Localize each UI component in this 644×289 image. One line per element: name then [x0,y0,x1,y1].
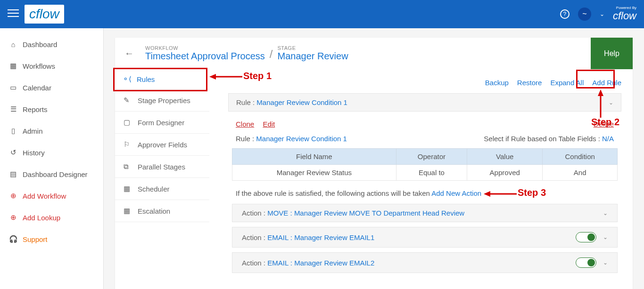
clone-link[interactable]: Clone [236,120,254,128]
sidebar-label: Add Lookup [23,214,60,222]
rule-meta: Rule : Manager Review Condition 1 Select… [232,135,618,148]
subnav-stage-properties[interactable]: ✎Stage Properties [115,89,209,112]
breadcrumb-value[interactable]: Timesheet Approval Process [145,51,265,62]
subnav-scheduler[interactable]: ▦Scheduler [115,178,209,200]
menu-icon[interactable] [8,8,19,21]
toggle-switch[interactable] [576,232,596,242]
chevron-down-icon[interactable]: ⌄ [603,259,608,266]
sidebar-label: History [23,149,45,157]
td-condition: And [543,165,618,181]
subnav-label: Parallel Stages [138,163,185,171]
sidebar-item-calendar[interactable]: ▭Calendar [0,77,103,98]
sidebar-label: Calendar [23,84,51,92]
action-controls: ⌄ [576,232,608,242]
chevron-down-icon: ⌄ [609,99,613,106]
add-rule-link[interactable]: Add Rule [592,79,621,87]
messenger-icon[interactable]: ~ [578,8,591,21]
action-intro: If the above rule is satisfied, the foll… [232,181,618,204]
sidebar-label: Dashboard [23,40,57,48]
rule-header[interactable]: Rule : Manager Review Condition 1 ⌄ [228,93,621,112]
expand-all-link[interactable]: Expand All [550,79,584,87]
action-intro-text: If the above rule is satisfied, the foll… [236,189,431,197]
sidebar: ⌂Dashboard ▦Workflows ▭Calendar ☰Reports… [0,28,104,289]
help-button-label: Help [604,49,619,58]
action-text: Action : EMAIL : Manager Review EMAIL1 [242,233,374,241]
subnav: ⚬⟨Rules ✎Stage Properties ▢Form Designer… [115,69,209,289]
table-row: Manager Review Status Equal to Approved … [232,165,618,181]
action-row-email2[interactable]: Action : EMAIL : Manager Review EMAIL2 ⌄ [232,252,618,273]
edit-link[interactable]: Edit [263,120,275,128]
action-row-move[interactable]: Action : MOVE : Manager Review MOVE TO D… [232,204,618,222]
form-icon: ▢ [124,118,132,127]
logo[interactable]: cflow [25,5,64,24]
svg-rect-2 [8,16,19,17]
sidebar-label: Reports [23,105,48,113]
td-field: Manager Review Status [232,165,396,181]
breadcrumb-stage: STAGE Manager Review [278,45,348,62]
help-button[interactable]: Help [591,38,633,69]
edit-icon: ✎ [124,96,132,104]
logo-text: cflow [29,7,59,21]
subnav-label: Form Designer [138,119,184,127]
td-value: Approved [467,165,543,181]
rule-header-text: Rule : Manager Review Condition 1 [236,98,347,106]
backup-link[interactable]: Backup [485,79,509,87]
subnav-escalation[interactable]: ▦Escalation [115,200,209,222]
sidebar-item-admin[interactable]: ▯Admin [0,120,103,142]
subnav-parallel-stages[interactable]: ⧉Parallel Stages [115,156,209,178]
breadcrumb: ← WORKFLOW Timesheet Approval Process / … [115,38,633,69]
sidebar-item-add-lookup[interactable]: ⊕Add Lookup [0,207,103,228]
main: ← WORKFLOW Timesheet Approval Process / … [104,28,644,289]
svg-rect-1 [8,13,19,14]
sidebar-item-add-workflow[interactable]: ⊕Add Workflow [0,185,103,207]
powered-by-logo: cflow [613,10,636,22]
calendar-icon: ▭ [9,83,17,92]
subnav-label: Approver Fields [138,141,187,149]
rule-table-text: Select if Rule based on Table Fields : N… [484,135,614,143]
approver-icon: ⚐ [124,140,132,149]
escalation-icon: ▦ [124,207,132,215]
chevron-down-icon[interactable]: ⌄ [600,11,604,17]
sidebar-label: Admin [23,127,43,135]
rule-body: Clone Edit Delete Rule : Manager Review … [228,112,621,284]
subnav-form-designer[interactable]: ▢Form Designer [115,112,209,134]
chevron-down-icon[interactable]: ⌄ [603,210,608,217]
breadcrumb-workflow: WORKFLOW Timesheet Approval Process [145,45,265,62]
sidebar-item-workflows[interactable]: ▦Workflows [0,55,103,77]
add-new-action-link[interactable]: Add New Action [431,189,481,197]
conditions-table: Field Name Operator Value Condition Mana… [232,148,618,181]
powered-by: Powered By cflow [613,6,636,22]
th-condition: Condition [543,149,618,165]
plus-icon: ⊕ [9,192,17,200]
action-row-email1[interactable]: Action : EMAIL : Manager Review EMAIL1 ⌄ [232,227,618,248]
sidebar-label: Dashboard Designer [23,170,88,178]
subnav-approver-fields[interactable]: ⚐Approver Fields [115,134,209,156]
sidebar-item-dashboard[interactable]: ⌂Dashboard [0,34,103,55]
sidebar-item-dashboard-designer[interactable]: ▤Dashboard Designer [0,163,103,185]
action-text: Action : EMAIL : Manager Review EMAIL2 [242,259,374,267]
topbar-left: cflow [8,5,64,24]
sidebar-item-reports[interactable]: ☰Reports [0,98,103,120]
chevron-down-icon[interactable]: ⌄ [603,234,608,241]
calendar-icon: ▦ [124,185,132,193]
sidebar-item-history[interactable]: ↺History [0,142,103,163]
designer-icon: ▤ [9,170,17,178]
rules-toolbar: Backup Restore Expand All Add Rule [228,75,621,93]
subnav-label: Scheduler [138,185,170,193]
home-icon: ⌂ [9,40,17,48]
toggle-switch[interactable] [576,257,596,268]
restore-link[interactable]: Restore [517,79,542,87]
subnav-label: Stage Properties [138,96,190,104]
sidebar-item-support[interactable]: 🎧Support [0,228,103,250]
breadcrumb-value[interactable]: Manager Review [278,51,348,62]
rules-area: Backup Restore Expand All Add Rule Rule … [209,69,633,289]
panel: ← WORKFLOW Timesheet Approval Process / … [115,38,633,289]
help-icon[interactable]: ? [560,9,570,19]
breadcrumb-label: STAGE [278,45,348,51]
subnav-rules[interactable]: ⚬⟨Rules [115,69,209,89]
powered-by-label: Powered By [613,6,636,10]
delete-link[interactable]: Delete [594,120,614,128]
topbar: cflow ? ~ ⌄ Powered By cflow [0,0,644,28]
back-arrow-icon[interactable]: ← [124,48,134,59]
admin-icon: ▯ [9,127,17,135]
